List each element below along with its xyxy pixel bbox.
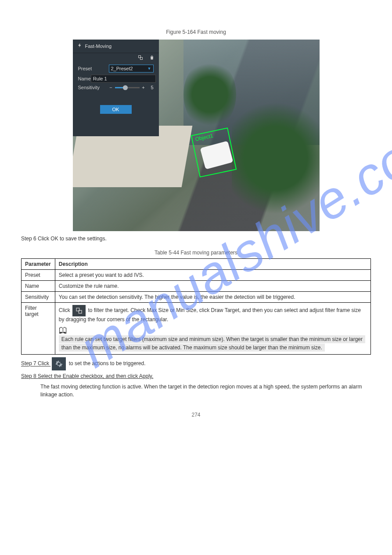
step-7-line: Step 7 Click to set the actions to be tr… — [21, 357, 371, 370]
delete-icon[interactable] — [149, 55, 155, 62]
table-row: Sensitivity You can set the detection se… — [22, 292, 371, 303]
table-row: Filter target Click to filter the target… — [22, 303, 371, 355]
minus-icon[interactable]: − — [109, 85, 113, 90]
panel-header: Fast-Moving — [73, 40, 159, 53]
step-8-description: The fast moving detecting function is ac… — [40, 383, 371, 399]
gear-icon — [52, 357, 66, 370]
table-header-description: Description — [55, 259, 370, 270]
config-panel: Fast-Moving Preset 2_Preset2 ▼ — [73, 40, 159, 136]
detection-label: Object1 — [194, 133, 213, 142]
filter-target-icon — [72, 305, 86, 316]
preset-label: Preset — [78, 66, 109, 71]
filter-target-icon[interactable] — [138, 55, 144, 62]
table-row: Preset Select a preset you want to add I… — [22, 270, 371, 281]
page-number: 274 — [21, 412, 371, 418]
sensitivity-slider[interactable] — [115, 87, 140, 88]
bg-foliage — [183, 59, 236, 130]
name-input[interactable] — [91, 75, 156, 83]
name-label: Name — [78, 76, 91, 81]
table-caption: Table 5-44 Fast moving parameters — [21, 250, 371, 256]
panel-title: Fast-Moving — [85, 40, 112, 53]
parameters-table: Parameter Description Preset Select a pr… — [21, 258, 371, 355]
ok-button[interactable]: OK — [100, 105, 132, 114]
screenshot: Object1 Fast-Moving Preset — [73, 40, 320, 231]
fast-moving-icon — [77, 40, 83, 53]
note-icon: 🕮 — [59, 325, 68, 335]
sensitivity-value: 5 — [147, 85, 154, 90]
chevron-down-icon: ▼ — [147, 66, 151, 71]
preset-value: 2_Preset2 — [111, 66, 133, 71]
preset-select[interactable]: 2_Preset2 ▼ — [109, 65, 154, 73]
step-8-line: Step 8 Select the Enable checkbox, and t… — [21, 373, 371, 379]
bg-foliage2 — [232, 92, 320, 224]
table-row: Name Customize the rule name. — [22, 281, 371, 292]
figure-caption: Figure 5-164 Fast moving — [21, 29, 371, 35]
sensitivity-label: Sensitivity — [78, 85, 109, 90]
step-6-text: Step 6 Click OK to save the settings. — [21, 235, 371, 243]
panel-toolbar — [73, 53, 159, 62]
plus-icon[interactable]: + — [141, 85, 146, 90]
table-header-parameter: Parameter — [22, 259, 55, 270]
